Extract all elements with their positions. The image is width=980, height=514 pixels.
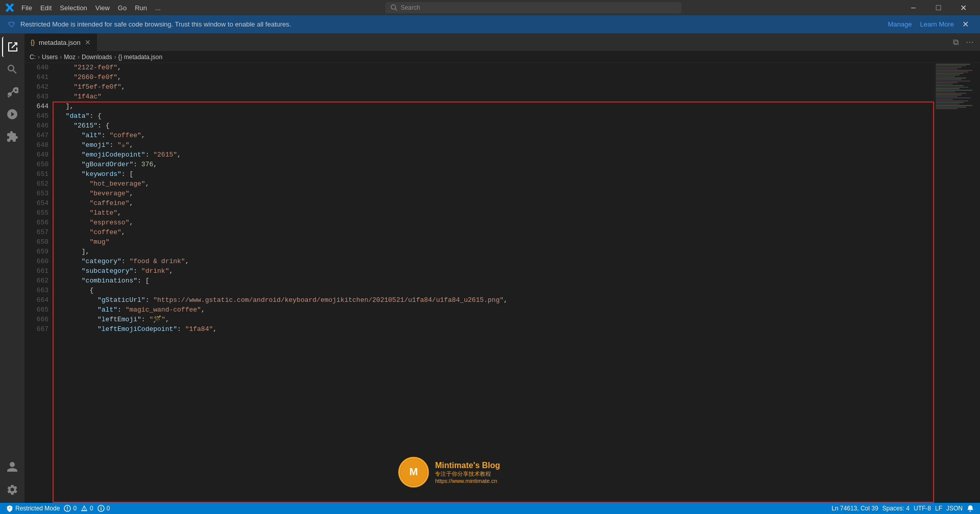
tab-metadata-json[interactable]: {} metadata.json ✕ [24,34,97,51]
code-line-654: "caffeine", [58,198,934,208]
line-num-649: 649 [24,150,48,160]
line-num-667: 667 [24,324,48,334]
title-bar-center: Search [165,2,902,13]
minimap-line [936,97,970,98]
more-actions-button[interactable]: ⋯ [964,36,976,48]
code-line-663: { [58,286,934,295]
shield-status-icon [6,505,13,512]
minimap-line [936,99,953,100]
breadcrumb-moz[interactable]: Moz [64,54,76,61]
blog-url: https://www.mintimate.cn [435,478,500,484]
menu-selection[interactable]: Selection [56,3,91,13]
activity-search-icon[interactable] [2,59,22,80]
minimap-line [936,105,972,106]
svg-text:M: M [409,466,418,477]
code-line-651: "keywords": [ [58,169,934,179]
minimap-line [936,100,968,101]
errors-count: 0 [73,505,77,512]
learn-more-link[interactable]: Learn More [920,20,954,28]
minimap-line [936,96,958,97]
close-button[interactable]: ✕ [952,0,975,15]
minimap-line [936,108,958,109]
encoding[interactable]: UTF-8 [912,503,933,514]
code-line-649: "emojiCodepoint": "2615", [58,150,934,160]
minimap-line [936,104,960,105]
info-icon [97,505,105,512]
status-bar-right: Ln 74613, Col 39 Spaces: 4 UTF-8 LF JSON [829,503,976,514]
line-num-664: 664 [24,295,48,305]
minimap-line [936,81,970,82]
title-bar-right: – □ ✕ [902,0,975,15]
encoding-label: UTF-8 [914,505,931,512]
menu-file[interactable]: File [17,3,36,13]
minimap-line [936,70,972,71]
menu-view[interactable]: View [91,3,114,13]
warnings-status[interactable]: 0 [79,503,95,514]
error-icon [64,505,71,512]
line-ending-label: LF [935,505,942,512]
minimap[interactable] [934,63,980,503]
minimap-content [935,63,980,111]
minimap-line [936,102,964,103]
code-line-652: "hot_beverage", [58,179,934,189]
minimap-line [936,76,955,77]
spaces-label: Spaces: 4 [883,505,910,512]
activity-run-debug-icon[interactable] [2,104,22,124]
activity-source-control-icon[interactable] [2,82,22,102]
warning-icon [81,505,88,512]
info-status[interactable]: 0 [95,503,112,514]
notifications-button[interactable] [965,503,976,514]
blog-avatar: M [398,457,429,487]
menu-edit[interactable]: Edit [36,3,56,13]
line-ending[interactable]: LF [933,503,944,514]
activity-explorer-icon[interactable] [2,37,22,57]
menu-go[interactable]: Go [114,3,131,13]
maximize-button[interactable]: □ [927,0,950,15]
editor-area: {} metadata.json ✕ ⧉ ⋯ C: › Users › Moz … [24,34,980,503]
line-num-655: 655 [24,208,48,218]
line-num-647: 647 [24,131,48,140]
status-bar-left: Restricted Mode 0 0 0 [4,503,112,514]
minimap-line [936,91,955,92]
code-line-644: ], [58,101,934,111]
line-num-642: 642 [24,82,48,92]
line-num-648: 648 [24,140,48,150]
menu-more[interactable]: ... [151,3,165,13]
tab-close-button[interactable]: ✕ [85,38,91,46]
restricted-mode-label: Restricted Mode [15,505,60,512]
cursor-position[interactable]: Ln 74613, Col 39 [829,503,880,514]
code-lines: "2122-fe0f", "2660-fe0f", "1f5ef-fe0f", … [53,63,934,334]
vscode-logo-icon [5,3,14,12]
line-num-657: 657 [24,227,48,237]
errors-status[interactable]: 0 [62,503,79,514]
language-mode[interactable]: JSON [944,503,965,514]
manage-link[interactable]: Manage [888,20,912,28]
split-editor-button[interactable]: ⧉ [951,37,961,48]
tab-label: metadata.json [39,39,81,46]
breadcrumb-c[interactable]: C: [30,54,36,61]
activity-extensions-icon[interactable] [2,126,22,147]
minimize-button[interactable]: – [902,0,925,15]
indentation[interactable]: Spaces: 4 [880,503,912,514]
minimap-line [936,87,968,88]
breadcrumb-downloads[interactable]: Downloads [82,54,112,61]
restricted-mode-status[interactable]: Restricted Mode [4,503,62,514]
line-num-653: 653 [24,189,48,198]
minimap-line [936,107,966,108]
line-num-640: 640 [24,63,48,72]
banner-close-button[interactable]: ✕ [959,18,972,30]
activity-settings-icon[interactable] [2,479,22,500]
activity-account-icon[interactable] [2,457,22,477]
breadcrumb-file[interactable]: {} metadata.json [118,54,162,61]
restricted-mode-banner: 🛡 Restricted Mode is intended for safe c… [0,15,980,34]
search-bar[interactable]: Search [385,2,681,13]
code-editor[interactable]: 640 641 642 643 644 645 646 647 648 649 … [24,63,980,503]
warnings-count: 0 [90,505,93,512]
code-content[interactable]: "2122-fe0f", "2660-fe0f", "1f5ef-fe0f", … [53,63,934,503]
code-line-659: ], [58,247,934,256]
breadcrumb: C: › Users › Moz › Downloads › {} metada… [24,52,980,63]
breadcrumb-users[interactable]: Users [42,54,58,61]
menu-run[interactable]: Run [131,3,151,13]
info-count: 0 [107,505,110,512]
line-num-665: 665 [24,305,48,315]
